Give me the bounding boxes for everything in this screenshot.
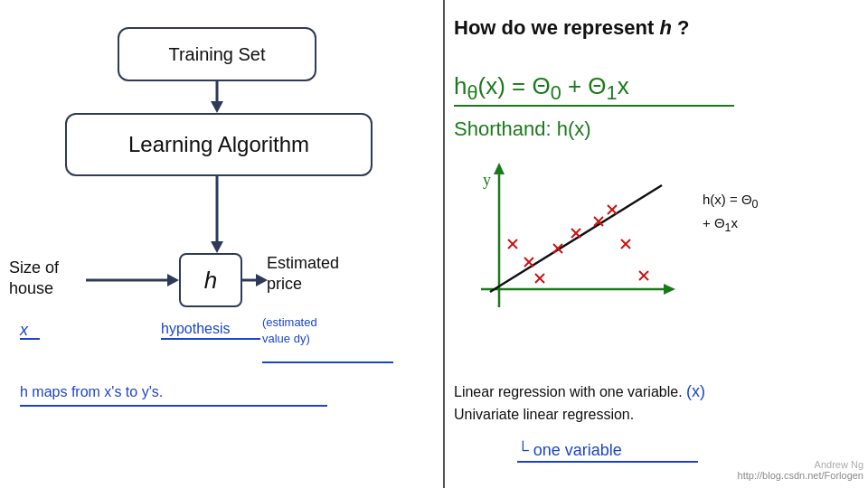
svg-text:y: y xyxy=(483,171,491,189)
linear-regression-text: Linear regression with one variable. (x)… xyxy=(454,380,705,426)
estimated-underline xyxy=(262,361,393,363)
x-blue-label: (x) xyxy=(686,382,705,400)
training-set-box: Training Set xyxy=(118,27,316,81)
one-variable-label: └ one variable xyxy=(517,441,622,460)
x-label: x xyxy=(20,321,28,340)
univariate-label: Univariate linear regression. xyxy=(454,407,634,422)
learning-algo-label: Learning Algorithm xyxy=(128,132,309,157)
estimated-value-label: (estimatedvalue dy) xyxy=(262,314,317,347)
hypothesis-underline xyxy=(161,338,260,340)
linear-reg-label: Linear regression with one variable. xyxy=(454,384,683,399)
hypothesis-label: hypothesis xyxy=(161,321,231,337)
shorthand-label: Shorthand: h(x) xyxy=(454,117,591,141)
attribution: Andrew Ng xyxy=(815,459,863,470)
svg-marker-9 xyxy=(494,163,505,174)
svg-marker-5 xyxy=(167,274,179,286)
title-question: ? xyxy=(672,16,690,39)
svg-line-13 xyxy=(490,185,662,292)
graph-formula-label: h(x) = Θ0+ Θ1x xyxy=(703,190,759,236)
right-panel: How do we represent h ? hθ(x) = Θ0 + Θ1x… xyxy=(445,0,868,488)
h-box: h xyxy=(179,253,242,307)
maps-label: h maps from x's to y's. xyxy=(20,384,163,400)
svg-marker-1 xyxy=(211,101,223,113)
x-underline xyxy=(20,338,40,340)
size-of-house-label: Size ofhouse xyxy=(9,258,59,300)
title-text: How do we represent xyxy=(454,16,659,39)
graph-svg: y xyxy=(454,158,689,316)
formula-underline xyxy=(454,105,734,107)
one-variable-underline xyxy=(517,461,698,463)
maps-underline xyxy=(20,405,327,407)
estimated-price-label: Estimatedprice xyxy=(267,253,339,296)
svg-marker-3 xyxy=(211,241,223,253)
right-title: How do we represent h ? xyxy=(454,16,689,40)
formula-main: hθ(x) = Θ0 + Θ1x xyxy=(454,72,629,105)
title-h: h xyxy=(659,16,671,39)
watermark-text: http://blog.csdn.net/Forlogen xyxy=(738,470,863,481)
left-panel: Training Set Learning Algorithm h Size o… xyxy=(0,0,443,488)
h-label: h xyxy=(204,267,217,295)
training-set-label: Training Set xyxy=(168,44,265,65)
watermark: http://blog.csdn.net/Forlogen xyxy=(738,470,863,481)
learning-algo-box: Learning Algorithm xyxy=(65,113,373,176)
attribution-text: Andrew Ng xyxy=(815,459,863,470)
svg-marker-11 xyxy=(664,284,675,295)
